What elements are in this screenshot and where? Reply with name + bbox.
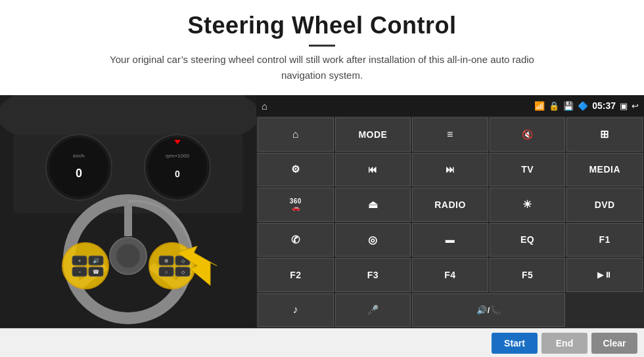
- svg-text:○: ○: [165, 270, 168, 274]
- svg-text:☎: ☎: [93, 269, 99, 275]
- svg-point-16: [116, 244, 140, 268]
- volphone-icon: 🔊/📞: [476, 305, 501, 315]
- eject-btn[interactable]: ⏏: [335, 188, 411, 222]
- svg-text:⚙: ⚙: [164, 259, 168, 263]
- list-icon: ≡: [447, 129, 453, 140]
- content-area: km/h 0 rpm×1000 0: [0, 95, 644, 328]
- window-icon: ▣: [620, 101, 628, 111]
- status-bar: ⌂ 📶 🔒 💾 🔷 05:37 ▣ ↩: [256, 95, 644, 116]
- f3-label: F3: [367, 270, 379, 280]
- home-status-icon: ⌂: [262, 100, 267, 112]
- bt-icon: 🔷: [578, 101, 588, 111]
- status-left: ⌂: [262, 100, 267, 112]
- mode-label: MODE: [358, 129, 387, 140]
- phone-btn[interactable]: ✆: [258, 223, 334, 257]
- phone-icon: ✆: [291, 234, 300, 246]
- apps-icon: ⊞: [600, 128, 609, 140]
- end-button[interactable]: End: [541, 333, 587, 354]
- f2-btn[interactable]: F2: [258, 258, 334, 292]
- mute-icon: 🔇: [522, 129, 534, 140]
- svg-text:+: +: [78, 259, 81, 263]
- svg-text:0: 0: [175, 169, 180, 179]
- list-btn[interactable]: ≡: [412, 117, 488, 152]
- mute-btn[interactable]: 🔇: [490, 117, 566, 152]
- back-icon: ↩: [632, 101, 639, 111]
- eject-icon: ⏏: [368, 198, 379, 211]
- f5-label: F5: [522, 270, 533, 280]
- f1-btn[interactable]: F1: [566, 223, 643, 257]
- tv-btn[interactable]: TV: [490, 153, 566, 187]
- page-container: Steering Wheel Control Your original car…: [0, 0, 644, 357]
- svg-point-17: [62, 243, 108, 289]
- volphone-btn[interactable]: 🔊/📞: [412, 293, 565, 327]
- mode-btn[interactable]: MODE: [335, 117, 411, 152]
- bottom-bar: Start End Clear: [0, 328, 644, 357]
- f1-label: F1: [599, 234, 610, 245]
- home-icon: [292, 129, 299, 140]
- radio-label: RADIO: [434, 200, 466, 210]
- globe-btn[interactable]: ◎: [335, 223, 411, 257]
- prev-icon: ⏮: [368, 164, 378, 175]
- 360-btn[interactable]: 360🚗: [258, 188, 334, 222]
- svg-text:0: 0: [76, 167, 82, 180]
- media-label: MEDIA: [589, 164, 620, 175]
- empty-cell: [566, 293, 643, 327]
- music-icon: ♪: [293, 304, 299, 316]
- page-title: Steering Wheel Control: [26, 12, 618, 39]
- next-btn[interactable]: ⏭: [412, 153, 488, 187]
- f3-btn[interactable]: F3: [335, 258, 411, 292]
- control-panel: ⌂ 📶 🔒 💾 🔷 05:37 ▣ ↩: [256, 95, 644, 328]
- radio-btn[interactable]: RADIO: [412, 188, 488, 222]
- svg-text:km/h: km/h: [73, 153, 84, 159]
- steering-wheel-image: km/h 0 rpm×1000 0: [0, 95, 256, 328]
- music-btn[interactable]: ♪: [258, 293, 334, 327]
- media-btn[interactable]: MEDIA: [566, 153, 643, 187]
- brightness-icon: ☀: [522, 198, 532, 211]
- image-area: km/h 0 rpm×1000 0: [0, 95, 256, 328]
- next-icon: ⏭: [446, 164, 455, 175]
- playpause-icon: ▶⏸: [597, 270, 612, 280]
- header-section: Steering Wheel Control Your original car…: [0, 0, 644, 90]
- dvd-btn[interactable]: DVD: [566, 188, 643, 222]
- playpause-btn[interactable]: ▶⏸: [566, 258, 643, 292]
- svg-text:🔊: 🔊: [93, 257, 99, 264]
- wifi-icon: 📶: [534, 101, 545, 111]
- settings-icon: ⚙: [291, 163, 300, 175]
- button-grid: MODE ≡ 🔇 ⊞ ⚙ ⏮ ⏭: [256, 116, 644, 328]
- title-divider: [309, 45, 335, 47]
- svg-text:rpm×1000: rpm×1000: [166, 153, 190, 159]
- 360-icon: 360🚗: [290, 198, 302, 211]
- tv-label: TV: [521, 164, 534, 175]
- start-button[interactable]: Start: [492, 333, 538, 354]
- apps-btn[interactable]: ⊞: [566, 117, 643, 152]
- f5-btn[interactable]: F5: [490, 258, 566, 292]
- status-right: 📶 🔒 💾 🔷 05:37 ▣ ↩: [534, 100, 639, 111]
- home-btn[interactable]: [258, 117, 334, 152]
- mic-icon: 🎤: [367, 304, 379, 315]
- svg-text:−: −: [78, 270, 81, 274]
- prev-btn[interactable]: ⏮: [335, 153, 411, 187]
- f4-btn[interactable]: F4: [412, 258, 488, 292]
- svg-point-8: [148, 138, 207, 197]
- sd-icon: 💾: [563, 101, 574, 111]
- f4-label: F4: [444, 270, 455, 280]
- lock-icon: 🔒: [549, 101, 559, 111]
- settings-btn[interactable]: ⚙: [258, 153, 334, 187]
- mic-btn[interactable]: 🎤: [335, 293, 411, 327]
- subtitle-text: Your original car’s steering wheel contr…: [92, 52, 552, 83]
- brightness-btn[interactable]: ☀: [490, 188, 566, 222]
- globe-icon: ◎: [368, 234, 378, 246]
- rect-btn[interactable]: ▬: [412, 223, 488, 257]
- f2-label: F2: [290, 270, 301, 280]
- status-time: 05:37: [592, 100, 616, 111]
- dvd-label: DVD: [595, 200, 615, 210]
- eq-label: EQ: [520, 234, 534, 245]
- eq-btn[interactable]: EQ: [490, 223, 566, 257]
- rect-icon: ▬: [446, 234, 455, 245]
- clear-button[interactable]: Clear: [591, 333, 637, 354]
